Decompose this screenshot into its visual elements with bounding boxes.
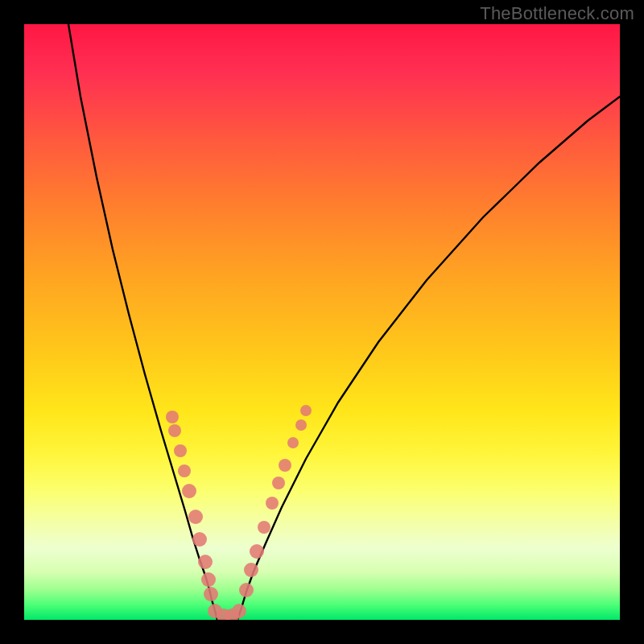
v-curve-right [237,97,620,620]
marker-dot [198,555,213,569]
v-curve-left [68,24,237,620]
marker-dot [204,587,218,601]
marker-dot [168,424,181,437]
plot-area [24,24,620,620]
marker-dot [192,532,207,547]
marker-dot [174,444,187,457]
marker-dot [250,544,264,559]
marker-dot [258,521,270,534]
marker-dot [201,572,216,587]
marker-layer [166,405,312,620]
marker-dot [182,484,196,498]
marker-dot [287,437,299,448]
marker-dot [272,477,285,489]
watermark-text: TheBottleneck.com [480,3,634,24]
curve-overlay [24,24,620,620]
marker-dot [166,411,179,423]
marker-dot [279,459,291,472]
marker-dot [239,583,254,597]
marker-dot [188,510,203,524]
marker-dot [232,604,246,618]
marker-dot [244,563,258,577]
marker-dot [266,497,279,510]
marker-dot [295,419,307,431]
marker-dot [178,464,191,477]
chart-frame: TheBottleneck.com [0,0,644,644]
marker-dot [300,405,312,416]
